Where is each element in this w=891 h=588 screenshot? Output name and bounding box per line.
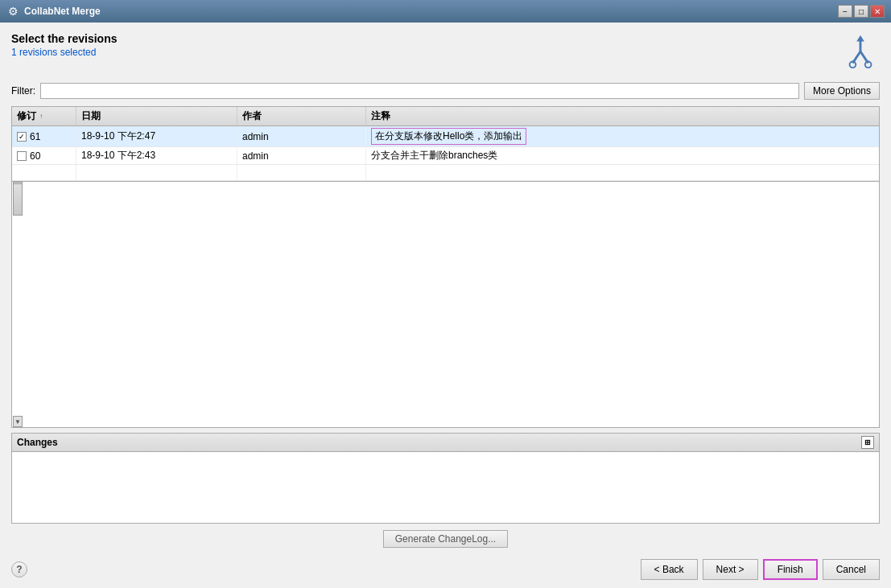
th-revision[interactable]: 修订 ↑ xyxy=(12,107,76,125)
scrollbar-thumb[interactable] xyxy=(13,183,23,216)
th-date[interactable]: 日期 xyxy=(76,107,237,125)
checkbox-1[interactable] xyxy=(17,151,27,161)
td-note-0: 在分支版本修改Hello类，添加输出 xyxy=(366,126,879,146)
window-controls: − □ ✕ xyxy=(838,5,885,18)
revision-table: 修订 ↑ 日期 作者 注释 61 18-9-10 下午2:47 admin xyxy=(11,106,880,182)
header-text: Select the revisions 1 revisions selecte… xyxy=(11,32,118,58)
window-content: Select the revisions 1 revisions selecte… xyxy=(0,23,891,588)
app-icon: ⚙ xyxy=(6,5,19,18)
changes-label: Changes xyxy=(17,437,58,448)
changes-section: Changes ⊞ xyxy=(11,433,880,524)
td-date-1: 18-9-10 下午2:43 xyxy=(76,147,237,164)
filter-row: Filter: More Options xyxy=(11,79,880,103)
generate-changelog-button[interactable]: Generate ChangeLog... xyxy=(383,530,508,548)
sort-icon: ↑ xyxy=(39,113,43,120)
td-revision-1: 60 xyxy=(12,147,76,164)
close-button[interactable]: ✕ xyxy=(870,5,885,18)
filter-label: Filter: xyxy=(11,85,35,97)
bottom-row: ? < Back Next > Finish Cancel xyxy=(11,556,880,580)
svg-marker-3 xyxy=(856,35,864,42)
page-title: Select the revisions xyxy=(11,32,118,45)
table-header: 修订 ↑ 日期 作者 注释 xyxy=(12,107,879,126)
table-row[interactable]: 60 18-9-10 下午2:43 admin 分支合并主干删除branches… xyxy=(12,147,879,165)
cancel-button[interactable]: Cancel xyxy=(823,559,880,580)
td-date-0: 18-9-10 下午2:47 xyxy=(76,126,237,146)
back-button[interactable]: < Back xyxy=(641,559,698,580)
minimize-button[interactable]: − xyxy=(838,5,852,18)
td-author-0: admin xyxy=(237,126,366,146)
detail-section: ▲ ▼ xyxy=(11,182,880,428)
td-note-1: 分支合并主干删除branches类 xyxy=(366,147,879,164)
table-body: 61 18-9-10 下午2:47 admin 在分支版本修改Hello类，添加… xyxy=(12,126,879,181)
header-section: Select the revisions 1 revisions selecte… xyxy=(11,32,880,71)
window-title: CollabNet Merge xyxy=(24,6,833,17)
checkbox-0[interactable] xyxy=(17,132,27,142)
action-buttons: < Back Next > Finish Cancel xyxy=(641,559,880,580)
next-button[interactable]: Next > xyxy=(703,559,758,580)
table-row-empty-1 xyxy=(12,165,879,181)
th-author[interactable]: 作者 xyxy=(237,107,366,125)
finish-button[interactable]: Finish xyxy=(763,559,818,580)
changes-header: Changes ⊞ xyxy=(11,433,880,451)
changes-body xyxy=(11,451,880,524)
maximize-button[interactable]: □ xyxy=(854,5,868,18)
changes-table-icon[interactable]: ⊞ xyxy=(861,436,874,449)
more-options-button[interactable]: More Options xyxy=(804,82,880,100)
title-bar: ⚙ CollabNet Merge − □ ✕ xyxy=(0,0,891,23)
th-note[interactable]: 注释 xyxy=(366,107,879,125)
td-author-1: admin xyxy=(237,147,366,164)
td-revision-0: 61 xyxy=(12,126,76,146)
scrollbar-arrow-down[interactable]: ▼ xyxy=(13,416,23,427)
table-row[interactable]: 61 18-9-10 下午2:47 admin 在分支版本修改Hello类，添加… xyxy=(12,126,879,147)
revisions-selected-label: 1 revisions selected xyxy=(11,47,118,58)
help-button[interactable]: ? xyxy=(11,561,27,578)
merge-icon xyxy=(841,32,880,71)
changelog-row: Generate ChangeLog... xyxy=(11,530,880,548)
filter-input[interactable] xyxy=(40,83,799,99)
